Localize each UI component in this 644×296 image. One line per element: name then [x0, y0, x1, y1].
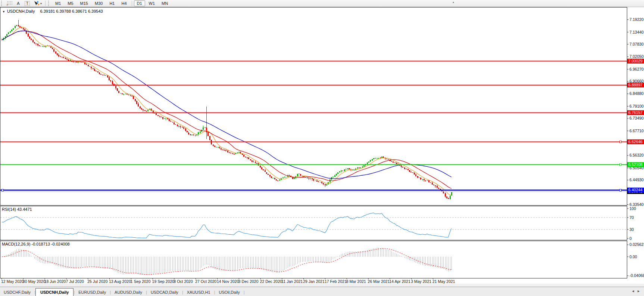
date-axis-label: 21 May 2021: [432, 279, 455, 284]
tab-scroll-buttons: ◄►: [631, 289, 643, 293]
rsi-axis-label: 100: [629, 206, 644, 211]
chart-title: ▼USDCNH,Daily6.39181 6.39788 6.38671 6.3…: [2, 9, 103, 13]
tab-eurusd[interactable]: EURUSD,Daily: [75, 289, 110, 296]
date-axis-label: 8 Oct 2020: [173, 279, 193, 284]
tab-usoil[interactable]: USOil,Daily: [215, 289, 244, 296]
rsi-axis-label: 0: [629, 236, 644, 241]
date-axis-label: 18 Jun 2020: [44, 279, 66, 284]
date-axis-label: 12 May 2020: [1, 279, 24, 284]
level-price-label: 6.62646: [627, 139, 644, 144]
date-axis-label: 19 Sep 2020: [152, 279, 175, 284]
level-price-label: 6.76157: [627, 110, 644, 115]
rsi-axis-label: 70: [629, 215, 644, 220]
horizontal-scrollbar[interactable]: [0, 284, 644, 287]
chart-menu-icon[interactable]: ▼: [2, 10, 5, 13]
tab-separator: |: [244, 290, 245, 296]
rsi-axis-label: 30: [629, 227, 644, 232]
macd-axis-label: 0.00: [629, 255, 644, 259]
price-axis-label: 7.02050: [629, 54, 644, 59]
price-axis-label: 6.79100: [629, 104, 644, 108]
date-axis-label: 30 May 2020: [23, 279, 46, 284]
price-axis-label: 6.73490: [629, 116, 644, 120]
price-axis-label: 7.19220: [629, 17, 644, 22]
date-axis-label: 26 Mar 2021: [368, 279, 390, 284]
date-axis-label: 1 Sep 2020: [131, 279, 151, 284]
date-axis-label: 14 Apr 2021: [389, 279, 410, 284]
date-axis-label: 3 May 2021: [411, 279, 431, 284]
date-axis-label: 17 Feb 2021: [325, 279, 347, 284]
line-handle[interactable]: [620, 189, 622, 191]
main-chart-panel: [0, 7, 627, 206]
price-axis-label: 6.96270: [629, 67, 644, 71]
price-axis-label: 6.84880: [629, 91, 644, 96]
chart-symbol: USDCNH,Daily: [7, 9, 35, 13]
chart-tab-bar: USDCHF,Daily|USDCNH,Daily|EURUSD,Daily|A…: [0, 287, 644, 296]
macd-axis-label: 0.025623: [629, 242, 644, 247]
tab-usdcad[interactable]: USDCAD,Daily: [147, 289, 182, 296]
price-axis-label: 6.56320: [629, 153, 644, 157]
tab-xauusd[interactable]: XAUUSD,H1: [183, 289, 214, 296]
date-axis-label: 8 Mar 2021: [346, 279, 366, 284]
date-axis-label: 13 Aug 2020: [109, 279, 131, 284]
tab-scroll-left-icon[interactable]: ◄: [631, 289, 637, 293]
date-axis-label: 29 Jan 2021: [303, 279, 325, 284]
tab-usdchf[interactable]: USDCHF,Daily: [0, 289, 34, 296]
level-price-label: 7.00029: [627, 59, 644, 64]
macd-indicator-label: MACD(12,26,9) -0.018713 -0.024008: [2, 242, 70, 246]
date-axis-label: 25 Jul 2020: [87, 279, 107, 284]
chart-canvas[interactable]: [0, 0, 644, 284]
date-axis-label: 14 Nov 2020: [217, 279, 239, 284]
date-axis-label: 3 Dec 2020: [238, 279, 259, 284]
date-axis-label: 27 Oct 2020: [195, 279, 216, 284]
rsi-indicator-label: RSI(14) 43.4471: [2, 207, 32, 212]
terminal-window: F A T ▾ M1 M5 M15 M30 H1 H4 D1 W1 MN ▴ ▼…: [0, 0, 644, 296]
level-price-label: 6.88897: [627, 83, 644, 87]
line-handle[interactable]: [2, 189, 4, 191]
macd-axis-label: -0.040687: [629, 273, 644, 278]
tab-usdcnh[interactable]: USDCNH,Daily: [35, 288, 74, 296]
level-price-label: 6.40244: [627, 188, 644, 192]
tab-scroll-right-icon[interactable]: ►: [637, 289, 643, 293]
chart-ohlc-quotes: 6.39181 6.39788 6.38671 6.39543: [40, 9, 103, 13]
date-axis-label: 7 Jul 2020: [66, 279, 84, 284]
date-axis-label: 11 Jan 2021: [281, 279, 303, 284]
line-handle[interactable]: [620, 164, 622, 166]
rsi-panel: [0, 206, 627, 240]
price-axis-label: 6.44930: [629, 178, 644, 182]
price-axis-label: 7.07830: [629, 42, 644, 46]
tab-audusd[interactable]: AUDUSD,Daily: [111, 289, 146, 296]
line-handle[interactable]: [620, 141, 622, 143]
date-axis-label: 22 Dec 2020: [260, 279, 282, 284]
level-price-label: 6.52108: [627, 162, 644, 167]
price-axis-label: 7.13440: [629, 30, 644, 34]
price-axis-label: 6.67710: [629, 129, 644, 133]
